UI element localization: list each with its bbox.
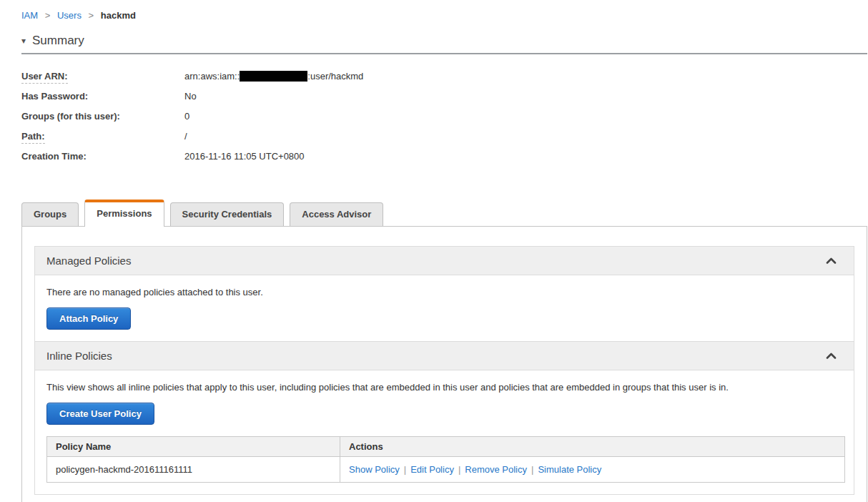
actions-cell: Show Policy|Edit Policy|Remove Policy|Si… bbox=[340, 457, 845, 483]
table-row: policygen-hackmd-201611161111 Show Polic… bbox=[47, 457, 845, 483]
managed-policies-body: There are no managed policies attached t… bbox=[35, 275, 854, 341]
has-password-value: No bbox=[184, 91, 197, 102]
field-row-has-password: Has Password: No bbox=[21, 86, 868, 106]
user-arn-label[interactable]: User ARN: bbox=[21, 71, 184, 82]
simulate-policy-link[interactable]: Simulate Policy bbox=[538, 464, 601, 475]
tab-security-credentials[interactable]: Security Credentials bbox=[170, 202, 285, 226]
field-row-path: Path: / bbox=[21, 126, 868, 146]
managed-policies-header[interactable]: Managed Policies bbox=[35, 247, 854, 275]
policy-name-cell: policygen-hackmd-201611161111 bbox=[47, 457, 340, 483]
redacted-account-id bbox=[240, 71, 307, 82]
breadcrumb-separator: > bbox=[89, 10, 94, 21]
summary-collapse-icon[interactable]: ▾ bbox=[21, 36, 26, 46]
inline-policies-table: Policy Name Actions policygen-hackmd-201… bbox=[46, 436, 845, 483]
iam-user-detail-page: IAM > Users > hackmd ▾ Summary User ARN:… bbox=[0, 10, 868, 502]
tab-bar: Groups Permissions Security Credentials … bbox=[21, 200, 868, 226]
inline-policies-title: Inline Policies bbox=[46, 350, 112, 362]
inline-policies-body: This view shows all inline policies that… bbox=[35, 370, 854, 494]
policy-name-column-header: Policy Name bbox=[47, 437, 340, 457]
inline-policies-header[interactable]: Inline Policies bbox=[35, 342, 854, 370]
action-separator: | bbox=[458, 464, 460, 475]
summary-title: Summary bbox=[32, 34, 84, 48]
actions-column-header: Actions bbox=[340, 437, 845, 457]
field-row-creation-time: Creation Time: 2016-11-16 11:05 UTC+0800 bbox=[21, 146, 868, 166]
field-row-user-arn: User ARN: arn:aws:iam:::user/hackmd bbox=[21, 66, 868, 86]
breadcrumb-link-users[interactable]: Users bbox=[57, 10, 82, 21]
table-header-row: Policy Name Actions bbox=[47, 437, 845, 457]
field-row-groups: Groups (for this user): 0 bbox=[21, 106, 868, 126]
attach-policy-button[interactable]: Attach Policy bbox=[46, 307, 131, 330]
action-separator: | bbox=[531, 464, 533, 475]
user-arn-value: arn:aws:iam:::user/hackmd bbox=[184, 71, 363, 82]
breadcrumb-separator: > bbox=[45, 10, 51, 21]
tab-permissions[interactable]: Permissions bbox=[84, 200, 164, 227]
groups-label: Groups (for this user): bbox=[21, 111, 184, 122]
show-policy-link[interactable]: Show Policy bbox=[349, 464, 400, 475]
remove-policy-link[interactable]: Remove Policy bbox=[465, 464, 527, 475]
path-value: / bbox=[184, 131, 187, 142]
tab-groups[interactable]: Groups bbox=[21, 202, 79, 226]
breadcrumb: IAM > Users > hackmd bbox=[21, 10, 868, 21]
summary-divider bbox=[21, 53, 867, 54]
chevron-up-icon bbox=[826, 350, 837, 361]
has-password-label: Has Password: bbox=[21, 91, 184, 102]
managed-policies-collapse-button[interactable] bbox=[820, 254, 842, 267]
inline-policies-collapse-button[interactable] bbox=[820, 349, 842, 363]
path-label[interactable]: Path: bbox=[21, 131, 184, 142]
edit-policy-link[interactable]: Edit Policy bbox=[410, 464, 454, 475]
managed-policies-section: Managed Policies There are no managed po… bbox=[34, 246, 854, 342]
inline-policies-description: This view shows all inline policies that… bbox=[46, 382, 842, 393]
creation-time-value: 2016-11-16 11:05 UTC+0800 bbox=[184, 151, 305, 162]
managed-policies-title: Managed Policies bbox=[46, 255, 131, 267]
tab-access-advisor[interactable]: Access Advisor bbox=[290, 202, 383, 226]
breadcrumb-current-user: hackmd bbox=[101, 10, 136, 21]
summary-header: ▾ Summary bbox=[21, 34, 868, 48]
chevron-up-icon bbox=[826, 255, 837, 266]
inline-policies-section: Inline Policies This view shows all inli… bbox=[34, 342, 854, 495]
breadcrumb-link-iam[interactable]: IAM bbox=[21, 10, 38, 21]
managed-policies-empty-message: There are no managed policies attached t… bbox=[46, 287, 842, 297]
creation-time-label: Creation Time: bbox=[21, 151, 184, 162]
groups-value: 0 bbox=[184, 111, 189, 122]
summary-fields: User ARN: arn:aws:iam:::user/hackmd Has … bbox=[21, 66, 868, 166]
action-separator: | bbox=[404, 464, 406, 475]
create-user-policy-button[interactable]: Create User Policy bbox=[46, 403, 154, 425]
permissions-tab-panel: Managed Policies There are no managed po… bbox=[21, 226, 867, 502]
